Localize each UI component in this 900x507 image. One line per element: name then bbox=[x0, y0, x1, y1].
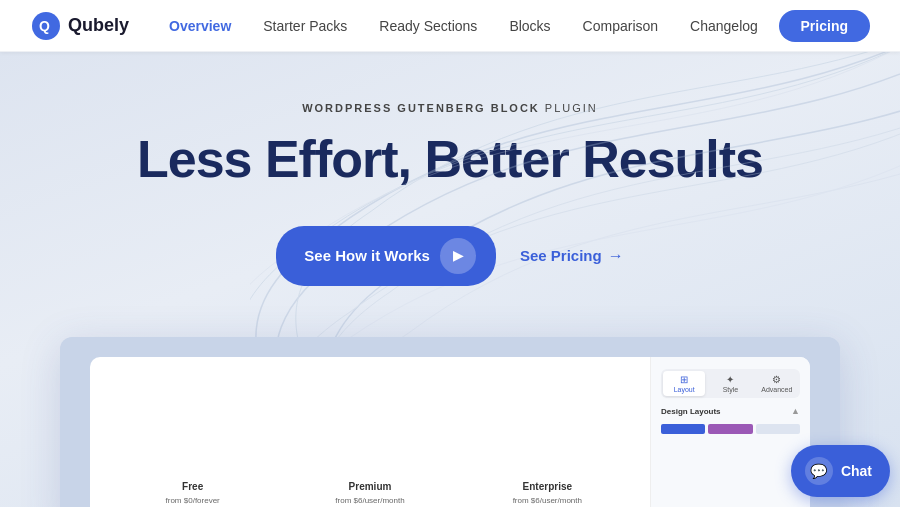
nav-pricing-button[interactable]: Pricing bbox=[779, 10, 870, 42]
panel-bar-3 bbox=[756, 424, 800, 434]
pricing-premium-title: Premium bbox=[349, 481, 392, 492]
nav-item-blocks[interactable]: Blocks bbox=[509, 18, 550, 34]
cta-row: See How it Works ▶ See Pricing → bbox=[276, 226, 623, 286]
chat-icon: 💬 bbox=[805, 457, 833, 485]
pricing-enterprise-price: from $6/user/month bbox=[513, 496, 582, 505]
preview-inner: Free from $0/forever Premium from $6/use… bbox=[90, 357, 810, 507]
panel-bars bbox=[661, 424, 800, 434]
nav-item-ready-sections[interactable]: Ready Sections bbox=[379, 18, 477, 34]
pricing-cols: Free from $0/forever Premium from $6/use… bbox=[90, 357, 650, 507]
panel-tab-style[interactable]: ✦ Style bbox=[709, 371, 751, 396]
preview-panel: ⊞ Layout ✦ Style ⚙ Advanced Des bbox=[650, 357, 810, 507]
logo-text: Qubely bbox=[68, 15, 129, 36]
pricing-free-price: from $0/forever bbox=[166, 496, 220, 505]
play-icon: ▶ bbox=[440, 238, 476, 274]
advanced-icon: ⚙ bbox=[758, 374, 796, 385]
nav-links: Overview Starter Packs Ready Sections Bl… bbox=[169, 18, 779, 34]
style-icon: ✦ bbox=[711, 374, 749, 385]
panel-bar-1 bbox=[661, 424, 705, 434]
pricing-col-premium: Premium from $6/user/month bbox=[287, 481, 452, 507]
logo-icon: Q bbox=[30, 10, 62, 42]
chat-bubble[interactable]: 💬 Chat bbox=[791, 445, 890, 497]
preview-outer: Free from $0/forever Premium from $6/use… bbox=[60, 337, 840, 507]
svg-text:Q: Q bbox=[39, 18, 50, 34]
see-how-label: See How it Works bbox=[304, 247, 430, 264]
see-how-button[interactable]: See How it Works ▶ bbox=[276, 226, 496, 286]
panel-section-title: Design Layouts bbox=[661, 407, 721, 416]
panel-bar-2 bbox=[708, 424, 752, 434]
see-pricing-label: See Pricing bbox=[520, 247, 602, 264]
chat-label: Chat bbox=[841, 463, 872, 479]
panel-section-row: Design Layouts ▲ bbox=[661, 406, 800, 416]
nav-item-comparison[interactable]: Comparison bbox=[583, 18, 658, 34]
pricing-col-free: Free from $0/forever bbox=[110, 481, 275, 507]
chevron-up-icon: ▲ bbox=[791, 406, 800, 416]
layout-icon: ⊞ bbox=[665, 374, 703, 385]
preview-wrap: Free from $0/forever Premium from $6/use… bbox=[60, 337, 840, 507]
pricing-col-enterprise: Enterprise from $6/user/month bbox=[465, 481, 630, 507]
pricing-enterprise-title: Enterprise bbox=[523, 481, 572, 492]
panel-tab-layout[interactable]: ⊞ Layout bbox=[663, 371, 705, 396]
panel-tabs: ⊞ Layout ✦ Style ⚙ Advanced bbox=[661, 369, 800, 398]
hero-badge: WORDPRESS GUTENBERG BLOCK PLUGIN bbox=[302, 102, 598, 114]
hero-title: Less Effort, Better Results bbox=[137, 130, 763, 190]
see-pricing-button[interactable]: See Pricing → bbox=[520, 247, 624, 265]
hero-section: WORDPRESS GUTENBERG BLOCK PLUGIN Less Ef… bbox=[0, 52, 900, 507]
panel-tab-advanced[interactable]: ⚙ Advanced bbox=[756, 371, 798, 396]
arrow-icon: → bbox=[608, 247, 624, 265]
nav-item-overview[interactable]: Overview bbox=[169, 18, 231, 34]
navbar: Q Qubely Overview Starter Packs Ready Se… bbox=[0, 0, 900, 52]
logo[interactable]: Q Qubely bbox=[30, 10, 129, 42]
hero-badge-light: PLUGIN bbox=[540, 102, 598, 114]
pricing-premium-price: from $6/user/month bbox=[335, 496, 404, 505]
nav-item-starter-packs[interactable]: Starter Packs bbox=[263, 18, 347, 34]
nav-item-changelog[interactable]: Changelog bbox=[690, 18, 758, 34]
pricing-free-title: Free bbox=[182, 481, 203, 492]
